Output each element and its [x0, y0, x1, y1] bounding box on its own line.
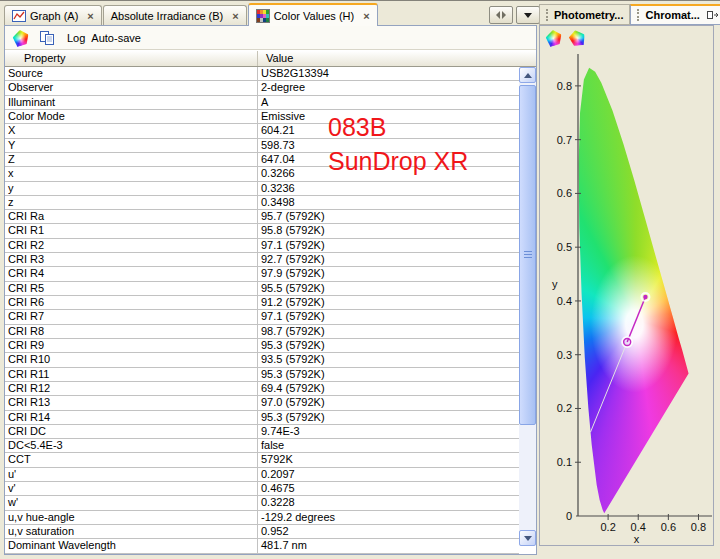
table-row[interactable]: CRI R497.9 (5792K)	[5, 267, 519, 281]
property-cell: CRI Ra	[5, 210, 257, 223]
table-row[interactable]: CRI R797.1 (5792K)	[5, 310, 519, 324]
table-row[interactable]: v'0.4675	[5, 482, 519, 496]
table-row[interactable]: w'0.3228	[5, 496, 519, 510]
table-row[interactable]: CRI R392.7 (5792K)	[5, 253, 519, 267]
chromaticity-panel: 0.20.40.60.800.10.20.30.40.50.60.70.8yx	[539, 25, 714, 546]
annotation-line2: SunDrop XR	[328, 144, 468, 178]
chromaticity-chart: 0.20.40.60.800.10.20.30.40.50.60.70.8yx	[540, 50, 713, 545]
close-icon[interactable]: ×	[232, 11, 238, 21]
property-cell: Z	[5, 153, 257, 166]
property-cell: Color Mode	[5, 110, 257, 123]
svg-text:0.3: 0.3	[557, 349, 572, 361]
close-icon[interactable]: ×	[87, 11, 93, 21]
tab-list-dropdown-button[interactable]	[516, 6, 540, 24]
table-row[interactable]: CRI R297.1 (5792K)	[5, 239, 519, 253]
tab-chromaticity[interactable]: Chromat... ×	[630, 4, 720, 25]
tab-graph[interactable]: Graph (A) ×	[4, 5, 102, 25]
table-row[interactable]: CRI R195.8 (5792K)	[5, 224, 519, 238]
tab-label: Photometry...	[554, 9, 623, 21]
arrow-down-icon	[524, 536, 532, 541]
tab-color-values[interactable]: Color Values (H) ×	[248, 3, 378, 26]
tab-label: Color Values (H)	[274, 10, 355, 22]
drag-handle-icon	[546, 9, 550, 21]
table-row[interactable]: CRI R1093.5 (5792K)	[5, 353, 519, 367]
property-cell: v'	[5, 482, 257, 495]
column-header-value[interactable]: Value	[257, 51, 536, 66]
table-row[interactable]: CRI R1195.3 (5792K)	[5, 368, 519, 382]
property-cell: X	[5, 124, 257, 137]
annotation-line1: 083B	[328, 110, 468, 144]
scroll-up-button[interactable]	[519, 67, 536, 83]
table-row[interactable]: CRI Ra95.7 (5792K)	[5, 210, 519, 224]
table-row[interactable]: Observer2-degree	[5, 81, 519, 95]
table-row[interactable]: Dominant Wavelength481.7 nm	[5, 539, 519, 553]
table-row[interactable]: y0.3236	[5, 182, 519, 196]
svg-text:0.1: 0.1	[557, 456, 572, 468]
property-cell: CRI R2	[5, 239, 257, 252]
table-row[interactable]: CRI DC9.74E-3	[5, 425, 519, 439]
property-cell: CRI R11	[5, 368, 257, 381]
table-row[interactable]: SourceUSB2G13394	[5, 67, 519, 81]
table-row[interactable]: z0.3498	[5, 196, 519, 210]
table-row[interactable]: u,v saturation0.952	[5, 525, 519, 539]
value-cell: 2-degree	[257, 81, 519, 94]
property-cell: CRI R13	[5, 396, 257, 409]
chromaticity-toolbar	[540, 26, 713, 50]
table-row[interactable]: CRI R1397.0 (5792K)	[5, 396, 519, 410]
table-row[interactable]: DC<5.4E-3false	[5, 439, 519, 453]
autosave-button[interactable]: Auto-save	[91, 32, 141, 44]
property-cell: Illuminant	[5, 96, 257, 109]
column-header-property[interactable]: Property	[5, 51, 257, 66]
copy-icon[interactable]	[39, 30, 55, 46]
scroll-down-button[interactable]	[519, 530, 536, 546]
tab-scroll-buttons[interactable]	[489, 6, 513, 24]
table-row[interactable]: u'0.2097	[5, 468, 519, 482]
log-button[interactable]: Log	[67, 32, 85, 44]
application-window: Graph (A) × Absolute Irradiance (B) × Co…	[0, 0, 720, 559]
table-row[interactable]: CRI R995.3 (5792K)	[5, 339, 519, 353]
value-cell: A	[257, 96, 519, 109]
property-cell: CRI R3	[5, 253, 257, 266]
property-cell: CRI R10	[5, 353, 257, 366]
value-cell: USB2G13394	[257, 67, 519, 80]
value-cell: 95.3 (5792K)	[257, 368, 519, 381]
value-cell: 97.1 (5792K)	[257, 239, 519, 252]
cie-1931-diagram-icon[interactable]	[544, 28, 563, 47]
table-row[interactable]: CRI R1269.4 (5792K)	[5, 382, 519, 396]
table-row[interactable]: IlluminantA	[5, 96, 519, 110]
color-values-panel: Log Auto-save Property Value SourceUSB2G…	[4, 25, 537, 555]
svg-text:y: y	[552, 278, 558, 290]
svg-text:0: 0	[566, 510, 572, 522]
value-cell: 0.2097	[257, 468, 519, 481]
property-cell: Y	[5, 139, 257, 152]
svg-text:0.2: 0.2	[600, 521, 615, 533]
table-row[interactable]: CRI R898.7 (5792K)	[5, 325, 519, 339]
value-cell: 95.7 (5792K)	[257, 210, 519, 223]
svg-text:0.4: 0.4	[631, 521, 646, 533]
property-cell: Observer	[5, 81, 257, 94]
table-row[interactable]: CCT5792K	[5, 453, 519, 467]
svg-text:0.6: 0.6	[557, 187, 572, 199]
cie-1976-diagram-icon[interactable]	[568, 29, 586, 47]
scrollbar-thumb[interactable]	[519, 85, 536, 425]
chevron-down-icon	[524, 13, 532, 18]
chromaticity-chart-overlay: 0.20.40.60.800.10.20.30.40.50.60.70.8yx	[540, 50, 713, 545]
close-icon[interactable]: ×	[363, 11, 369, 21]
tab-absolute-irradiance[interactable]: Absolute Irradiance (B) ×	[103, 5, 247, 25]
value-cell: 95.5 (5792K)	[257, 282, 519, 295]
vertical-scrollbar[interactable]	[519, 67, 536, 546]
float-window-icon[interactable]	[707, 10, 718, 20]
table-row[interactable]: CRI R1495.3 (5792K)	[5, 411, 519, 425]
table-row[interactable]: CRI R595.5 (5792K)	[5, 282, 519, 296]
svg-text:0.2: 0.2	[557, 402, 572, 414]
value-cell: 97.9 (5792K)	[257, 267, 519, 280]
value-cell: 97.0 (5792K)	[257, 396, 519, 409]
value-cell: 92.7 (5792K)	[257, 253, 519, 266]
tab-photometry[interactable]: Photometry...	[539, 4, 630, 25]
table-row[interactable]: CRI R691.2 (5792K)	[5, 296, 519, 310]
cie-diagram-icon[interactable]	[11, 28, 30, 47]
property-cell: u'	[5, 468, 257, 481]
table-row[interactable]: u,v hue-angle-129.2 degrees	[5, 511, 519, 525]
property-cell: CRI R9	[5, 339, 257, 352]
value-cell: 0.952	[257, 525, 519, 538]
